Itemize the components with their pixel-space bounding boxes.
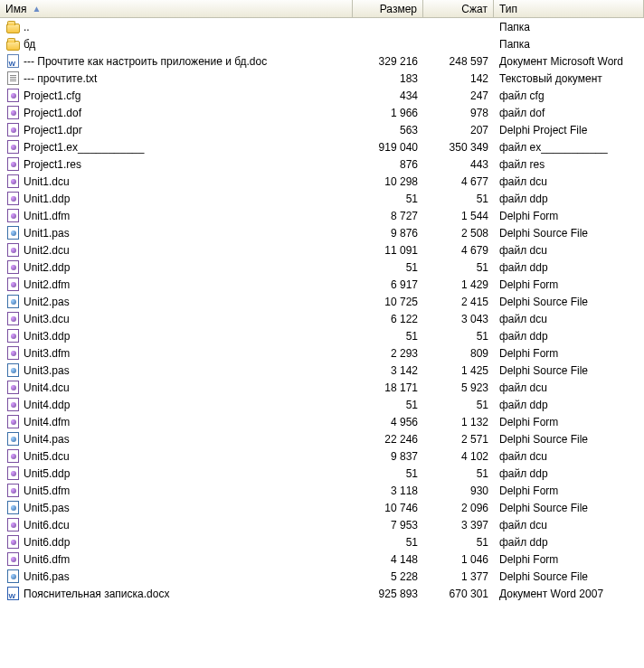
file-name: Project1.dof bbox=[24, 107, 81, 119]
file-type: файл cfg bbox=[494, 89, 644, 102]
file-list: ..ПапкабдПапка--- Прочтите как настроить… bbox=[0, 18, 644, 602]
file-type: Папка bbox=[494, 21, 644, 33]
file-row[interactable]: Project1.dpr563207Delphi Project File bbox=[0, 121, 644, 138]
delphi-icon bbox=[5, 260, 20, 275]
delphi-icon bbox=[5, 89, 20, 103]
delphi-icon bbox=[5, 449, 20, 464]
file-size: 6 122 bbox=[353, 313, 423, 325]
file-type: Delphi Form bbox=[494, 210, 644, 222]
file-size: 51 bbox=[353, 261, 423, 274]
file-row[interactable]: Project1.res876443файл res bbox=[0, 155, 644, 173]
file-row[interactable]: Unit3.ddp5151файл ddp bbox=[0, 327, 644, 344]
file-size: 51 bbox=[353, 193, 423, 205]
file-size: 7 953 bbox=[353, 519, 423, 532]
file-name: Project1.dpr bbox=[24, 124, 82, 136]
file-type: Delphi Form bbox=[494, 347, 644, 360]
file-name-cell: Unit5.ddp bbox=[0, 466, 353, 481]
file-name-cell: Unit2.dfm bbox=[0, 278, 353, 292]
file-row[interactable]: Unit5.ddp5151файл ddp bbox=[0, 465, 644, 482]
column-label: Размер bbox=[380, 3, 417, 15]
file-packed-size: 3 043 bbox=[423, 313, 494, 325]
file-type: Delphi Source File bbox=[494, 296, 644, 308]
file-row[interactable]: Unit6.dcu7 9533 397файл dcu bbox=[0, 516, 644, 533]
file-name-cell: Unit6.pas bbox=[0, 569, 353, 584]
file-name: Unit4.ddp bbox=[24, 399, 70, 411]
file-row[interactable]: Unit4.pas22 2462 571Delphi Source File bbox=[0, 430, 644, 447]
file-name: Unit2.pas bbox=[24, 296, 70, 308]
file-row[interactable]: Unit2.ddp5151файл ddp bbox=[0, 259, 644, 276]
file-name: Unit6.ddp bbox=[24, 536, 70, 549]
file-row[interactable]: Unit2.pas10 7252 415Delphi Source File bbox=[0, 293, 644, 310]
file-size: 51 bbox=[353, 330, 423, 343]
file-size: 9 876 bbox=[353, 227, 423, 240]
file-packed-size: 1 377 bbox=[423, 570, 494, 583]
delphi-icon bbox=[5, 415, 20, 429]
file-row[interactable]: Unit4.ddp5151файл ddp bbox=[0, 396, 644, 413]
file-row[interactable]: ..Папка bbox=[0, 18, 644, 35]
pas-icon bbox=[5, 295, 20, 309]
pas-icon bbox=[5, 363, 20, 378]
file-row[interactable]: Unit6.ddp5151файл ddp bbox=[0, 533, 644, 550]
file-name-cell: Unit4.dfm bbox=[0, 415, 353, 429]
file-row[interactable]: Unit3.pas3 1421 425Delphi Source File bbox=[0, 362, 644, 379]
file-row[interactable]: Unit2.dfm6 9171 429Delphi Form bbox=[0, 276, 644, 293]
file-row[interactable]: Project1.ex___________919 040350 349файл… bbox=[0, 138, 644, 155]
file-name-cell: Project1.dpr bbox=[0, 123, 353, 137]
file-size: 4 956 bbox=[353, 416, 423, 428]
sort-ascending-icon: ▲ bbox=[32, 4, 41, 14]
column-header-size[interactable]: Размер bbox=[353, 0, 423, 17]
file-name-cell: Пояснительная записка.docx bbox=[0, 587, 353, 601]
delphi-icon bbox=[5, 329, 20, 343]
file-type: файл ddp bbox=[494, 399, 644, 411]
file-row[interactable]: Unit3.dcu6 1223 043файл dcu bbox=[0, 310, 644, 327]
file-row[interactable]: Unit1.pas9 8762 508Delphi Source File bbox=[0, 224, 644, 241]
file-packed-size: 2 096 bbox=[423, 502, 494, 514]
file-name: Unit4.pas bbox=[24, 433, 70, 446]
delphi-icon bbox=[5, 209, 20, 223]
column-header-packed[interactable]: Сжат bbox=[423, 0, 494, 17]
delphi-icon bbox=[5, 552, 20, 567]
file-name-cell: Unit1.ddp bbox=[0, 192, 353, 206]
file-packed-size: 247 bbox=[423, 89, 494, 102]
file-row[interactable]: Unit4.dcu18 1715 923файл dcu bbox=[0, 379, 644, 396]
file-row[interactable]: Unit1.ddp5151файл ddp bbox=[0, 190, 644, 207]
file-name: Project1.cfg bbox=[24, 89, 80, 102]
file-name: Project1.res bbox=[24, 158, 81, 171]
file-type: файл ddp bbox=[494, 467, 644, 480]
column-label: Имя bbox=[5, 3, 26, 15]
file-name: Unit6.dfm bbox=[24, 553, 70, 566]
file-row[interactable]: Unit1.dfm8 7271 544Delphi Form bbox=[0, 207, 644, 224]
file-row[interactable]: --- Прочтите как настроить приложение и … bbox=[0, 52, 644, 70]
file-size: 876 bbox=[353, 158, 423, 171]
column-header-name[interactable]: Имя ▲ bbox=[0, 0, 353, 17]
file-packed-size: 5 923 bbox=[423, 381, 494, 394]
file-row[interactable]: Unit3.dfm2 293809Delphi Form bbox=[0, 344, 644, 362]
file-type: Delphi Source File bbox=[494, 364, 644, 377]
file-size: 10 298 bbox=[353, 175, 423, 188]
file-row[interactable]: Unit6.dfm4 1481 046Delphi Form bbox=[0, 550, 644, 568]
file-row[interactable]: бдПапка bbox=[0, 35, 644, 52]
column-header-row: Имя ▲ Размер Сжат Тип bbox=[0, 0, 644, 18]
file-name-cell: Unit5.pas bbox=[0, 501, 353, 515]
file-packed-size: 51 bbox=[423, 261, 494, 274]
delphi-icon bbox=[5, 312, 20, 326]
file-row[interactable]: Unit5.pas10 7462 096Delphi Source File bbox=[0, 499, 644, 516]
file-packed-size: 51 bbox=[423, 330, 494, 343]
column-header-type[interactable]: Тип bbox=[494, 0, 644, 17]
file-type: файл dcu bbox=[494, 519, 644, 532]
delphi-icon bbox=[5, 123, 20, 137]
file-row[interactable]: Unit6.pas5 2281 377Delphi Source File bbox=[0, 568, 644, 585]
file-row[interactable]: Unit5.dfm3 118930Delphi Form bbox=[0, 482, 644, 499]
delphi-icon bbox=[5, 243, 20, 258]
file-row[interactable]: Unit1.dcu10 2984 677файл dcu bbox=[0, 173, 644, 190]
file-row[interactable]: Пояснительная записка.docx925 893670 301… bbox=[0, 585, 644, 602]
file-row[interactable]: Unit5.dcu9 8374 102файл dcu bbox=[0, 447, 644, 465]
file-row[interactable]: --- прочтите.txt183142Текстовый документ bbox=[0, 70, 644, 87]
pas-icon bbox=[5, 432, 20, 447]
file-row[interactable]: Project1.dof1 966978файл dof bbox=[0, 104, 644, 121]
file-row[interactable]: Unit4.dfm4 9561 132Delphi Form bbox=[0, 413, 644, 430]
file-name-cell: Unit5.dfm bbox=[0, 484, 353, 498]
file-row[interactable]: Project1.cfg434247файл cfg bbox=[0, 87, 644, 104]
file-row[interactable]: Unit2.dcu11 0914 679файл dcu bbox=[0, 241, 644, 259]
file-packed-size: 1 046 bbox=[423, 553, 494, 566]
